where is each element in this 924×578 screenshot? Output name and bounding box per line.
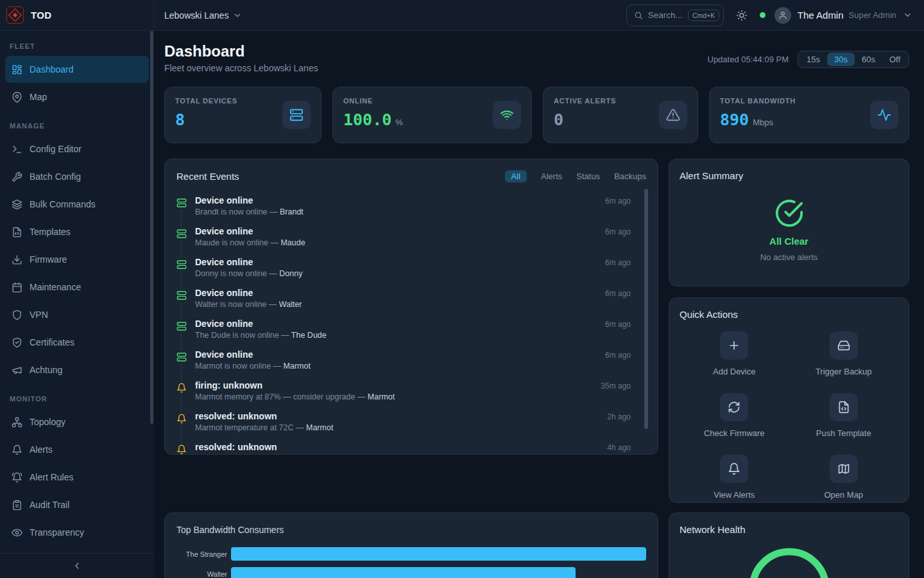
sidebar-item-map[interactable]: Map: [5, 83, 149, 110]
sidebar-item-batch-config[interactable]: Batch Config: [5, 163, 149, 190]
sidebar-section-label: FLEET: [0, 42, 154, 55]
quick-action-trigger-backup[interactable]: Trigger Backup: [789, 331, 899, 376]
sidebar-item-config-editor[interactable]: Config Editor: [5, 136, 149, 162]
event-row[interactable]: resolved: unknownMarmot temperature at 7…: [176, 411, 646, 442]
sidebar-item-templates[interactable]: Templates: [5, 218, 149, 245]
topology-icon: [12, 417, 22, 428]
event-timestamp: 6m ago: [605, 289, 631, 298]
sidebar-item-label: Templates: [30, 227, 71, 237]
event-device-name: Brandt: [280, 207, 304, 216]
wrench-icon: [12, 171, 22, 182]
activity-icon: [870, 101, 898, 129]
server-icon: [176, 197, 187, 209]
bell-icon: [176, 412, 187, 425]
theme-toggle-sun-icon[interactable]: [736, 10, 748, 21]
sidebar-section-label: MANAGE: [0, 122, 154, 135]
bandwidth-bar-track: [231, 547, 646, 561]
stat-card-total-bandwidth: TOTAL BANDWIDTH890Mbps: [709, 87, 909, 143]
event-row[interactable]: Device onlineDonny is now online — Donny…: [176, 257, 646, 288]
interval-segment-30s[interactable]: 30s: [827, 53, 855, 66]
events-scrollbar[interactable]: [644, 189, 648, 429]
event-title: resolved: unknown: [195, 442, 646, 452]
interval-segment-60s[interactable]: 60s: [855, 53, 882, 66]
quick-action-open-map[interactable]: Open Map: [789, 455, 899, 500]
quick-action-label: View Alerts: [714, 490, 755, 500]
wifi-icon: [493, 101, 521, 129]
event-row[interactable]: Device onlineWalter is now online — Walt…: [176, 288, 646, 319]
quick-actions-title: Quick Actions: [680, 309, 898, 320]
event-timestamp: 6m ago: [605, 197, 631, 206]
event-description: Marmot temperature at 72C — Marmot: [195, 423, 646, 432]
event-device-name: Marmot: [368, 392, 395, 401]
alert-summary-status: All Clear: [769, 236, 809, 247]
event-row[interactable]: resolved: unknown4h ago: [176, 442, 646, 455]
quick-action-label: Open Map: [824, 490, 863, 500]
event-device-name: Marmot: [284, 362, 311, 371]
sidebar-item-maintenance[interactable]: Maintenance: [5, 274, 149, 301]
stat-card-total-devices: TOTAL DEVICES8: [164, 87, 321, 143]
search-input[interactable]: Search... Cmd+K: [626, 4, 724, 26]
sidebar-collapse-button[interactable]: [0, 553, 154, 578]
main-content: Dashboard Fleet overview across Lebowski…: [154, 31, 924, 578]
sidebar-item-vpn[interactable]: VPN: [5, 301, 149, 328]
check-circle-icon: [774, 198, 804, 228]
event-timestamp: 35m ago: [601, 381, 631, 390]
search-placeholder: Search...: [648, 10, 683, 20]
sidebar-item-alerts[interactable]: Alerts: [5, 436, 149, 463]
sidebar-item-label: Audit Trail: [30, 500, 69, 510]
sidebar-item-bulk-commands[interactable]: Bulk Commands: [5, 191, 149, 218]
bell-icon: [12, 444, 22, 455]
interval-segment-15s[interactable]: 15s: [800, 53, 827, 66]
megaphone-icon: [12, 365, 22, 376]
sidebar-item-certificates[interactable]: Certificates: [5, 329, 149, 356]
sidebar-item-alert-rules[interactable]: Alert Rules: [5, 464, 149, 491]
event-device-name: Marmot: [306, 423, 333, 432]
sidebar-item-dashboard[interactable]: Dashboard: [5, 56, 149, 83]
quick-action-view-alerts[interactable]: View Alerts: [680, 455, 789, 500]
avatar[interactable]: [774, 7, 791, 24]
dashboard-icon: [12, 64, 22, 75]
events-tab-alerts[interactable]: Alerts: [541, 171, 562, 181]
sidebar-item-transparency[interactable]: Transparency: [5, 519, 149, 546]
network-health-value: 100: [744, 543, 834, 578]
bandwidth-chart-title: Top Bandwidth Consumers: [176, 525, 646, 535]
event-row[interactable]: Device onlineMaude is now online — Maude…: [176, 226, 646, 257]
quick-action-add-device[interactable]: Add Device: [680, 331, 789, 376]
sidebar-item-achtung[interactable]: Achtung: [5, 356, 149, 383]
sidebar-item-audit-trail[interactable]: Audit Trail: [5, 491, 149, 518]
sidebar-item-firmware[interactable]: Firmware: [5, 246, 149, 273]
event-row[interactable]: firing: unknownMarmot memory at 87% — co…: [176, 380, 646, 411]
event-timestamp: 6m ago: [605, 227, 631, 236]
refresh-icon: [720, 393, 748, 421]
stat-value: 8: [175, 110, 185, 129]
events-tab-backups[interactable]: Backups: [614, 171, 646, 181]
stat-label: TOTAL DEVICES: [175, 97, 237, 105]
recent-events-title: Recent Events: [176, 171, 239, 182]
chevron-down-icon: [233, 11, 242, 20]
org-switcher[interactable]: Lebowski Lanes: [164, 10, 242, 21]
events-tab-status[interactable]: Status: [576, 171, 600, 181]
event-description: Maude is now online — Maude: [195, 238, 646, 247]
app-logo-icon: [6, 6, 24, 24]
server-icon: [176, 320, 187, 333]
quick-action-push-template[interactable]: Push Template: [789, 393, 899, 438]
event-row[interactable]: Device onlineMarmot is now online — Marm…: [176, 349, 646, 380]
server-icon: [176, 289, 187, 302]
sidebar-item-label: Batch Config: [30, 171, 81, 182]
sidebar-item-topology[interactable]: Topology: [5, 408, 149, 435]
layers-icon: [12, 199, 22, 210]
sidebar-scrollbar[interactable]: [150, 31, 153, 424]
event-description: Donny is now online — Donny: [195, 269, 646, 278]
event-device-name: Maude: [280, 238, 305, 247]
event-description: Marmot is now online — Marmot: [195, 362, 646, 371]
user-menu-chevron-down-icon[interactable]: [903, 10, 912, 20]
interval-segment-off[interactable]: Off: [882, 53, 907, 66]
quick-action-check-firmware[interactable]: Check Firmware: [680, 393, 789, 438]
event-device-name: Walter: [279, 300, 302, 309]
event-title: Device online: [195, 319, 646, 329]
brand: TOD: [0, 0, 154, 30]
event-row[interactable]: Device onlineThe Dude is now online — Th…: [176, 319, 646, 349]
event-row[interactable]: Device onlineBrandt is now online — Bran…: [176, 195, 646, 226]
events-tab-all[interactable]: All: [505, 170, 527, 182]
alert-summary-panel: Alert Summary All Clear No active alerts: [669, 159, 909, 286]
